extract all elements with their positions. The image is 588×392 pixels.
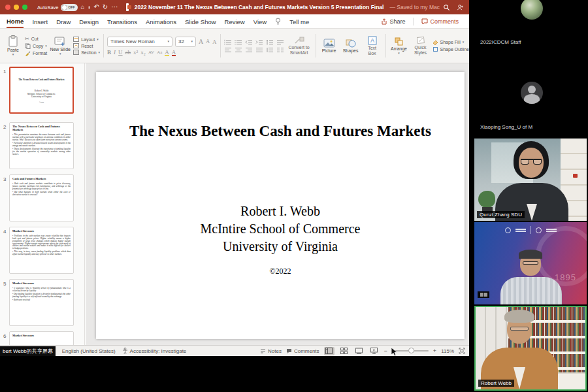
sort-icon[interactable]	[266, 47, 274, 53]
quick-styles-button[interactable]: Quick Styles	[411, 36, 431, 56]
chevron-down-icon: ▾	[168, 40, 170, 43]
line-spacing-icon[interactable]	[266, 39, 274, 45]
increase-indent-icon[interactable]	[255, 39, 263, 45]
reading-view-button[interactable]	[354, 347, 365, 355]
slide-thumbnail-3[interactable]: Cash and Futures Markets Both cash and f…	[9, 174, 74, 221]
reset-button[interactable]: Reset	[73, 43, 100, 48]
justify-icon[interactable]	[255, 47, 263, 53]
slide-thumbnail-1[interactable]: The Nexus Between Cash and Futures Marke…	[9, 67, 74, 114]
change-case-button[interactable]: Aa	[157, 50, 162, 55]
slide-title[interactable]: The Nexus Between Cash and Futures Marke…	[96, 123, 465, 140]
copy-button[interactable]: Copy ▾	[25, 43, 47, 49]
share-presentation-icon[interactable]	[457, 4, 464, 11]
language-status[interactable]: English (United States)	[62, 348, 116, 354]
slide-canvas[interactable]: The Nexus Between Cash and Futures Marke…	[96, 72, 465, 339]
thumb-bullet: This may, in turn, cause funding liquidi…	[12, 250, 71, 255]
comments-button[interactable]: Comments	[417, 18, 463, 25]
align-right-icon[interactable]	[245, 47, 253, 53]
tab-insert[interactable]: Insert	[32, 16, 48, 27]
slide-number: 1	[3, 69, 6, 74]
slide-thumbnail-6[interactable]: Market Stressors	[9, 331, 74, 345]
autosave-toggle[interactable]: OFF	[61, 4, 78, 11]
normal-view-button[interactable]	[324, 347, 335, 355]
new-slide-button[interactable]: New Slide ▾	[49, 37, 71, 56]
slide-sorter-view-button[interactable]	[339, 347, 350, 355]
zoom-in-button[interactable]: +	[433, 348, 436, 354]
convert-smartart-button[interactable]: Convert to SmartArt	[286, 31, 312, 61]
accessibility-status[interactable]: Accessibility: Investigate	[122, 348, 187, 354]
strikethrough-button[interactable]: ab	[125, 49, 131, 56]
comments-status-button[interactable]: Comments	[286, 348, 319, 354]
close-window-button[interactable]	[5, 5, 10, 10]
tab-transitions[interactable]: Transitions	[107, 16, 137, 27]
tab-home[interactable]: Home	[7, 15, 24, 28]
underline-button[interactable]: U	[118, 49, 123, 56]
text-box-button[interactable]: A Text Box	[363, 36, 382, 56]
share-button[interactable]: Share	[377, 18, 409, 25]
clear-formatting-button[interactable]: A	[212, 39, 217, 45]
tab-design[interactable]: Design	[79, 16, 99, 27]
font-size-select[interactable]: 32 ▾	[175, 37, 196, 47]
zoom-percentage[interactable]: 115%	[441, 348, 454, 354]
minimize-window-button[interactable]	[14, 5, 19, 10]
align-center-icon[interactable]	[235, 47, 242, 53]
grow-font-button[interactable]: A	[199, 38, 203, 45]
fit-to-window-icon[interactable]	[459, 348, 465, 354]
font-name-select[interactable]: Times New Roman ▾	[107, 37, 172, 47]
decrease-indent-icon[interactable]	[245, 39, 253, 45]
superscript-button[interactable]: x²	[133, 49, 138, 56]
paste-button[interactable]: Paste ▾	[3, 35, 23, 56]
shape-outline-button[interactable]: Shape Outline ▾	[433, 46, 469, 52]
slide-author-block[interactable]: Robert I. Webb McIntire School of Commer…	[96, 203, 465, 255]
slide-thumbnail-5[interactable]: Market Stressors 2 examples: One is Vola…	[9, 279, 74, 326]
tab-draw[interactable]: Draw	[56, 16, 71, 27]
tab-view[interactable]: View	[253, 16, 267, 27]
section-button[interactable]: Section ▾	[73, 50, 100, 55]
notes-button[interactable]: Notes	[260, 348, 282, 354]
home-icon[interactable]: ⌂	[81, 4, 85, 10]
video-tile-tianjin[interactable]: 1895	[474, 222, 587, 304]
shrink-font-button[interactable]: A	[206, 39, 210, 44]
slide-show-button[interactable]	[369, 347, 380, 355]
character-spacing-button[interactable]: AV	[148, 50, 154, 55]
cut-button[interactable]: ✂ Cut	[25, 36, 47, 42]
more-commands-icon[interactable]: ···	[111, 4, 118, 10]
saved-status[interactable]: — Saved to my Mac	[389, 4, 440, 10]
search-icon[interactable]	[443, 4, 450, 11]
arrange-button[interactable]: Arrange ▾	[389, 37, 409, 55]
tab-tell-me[interactable]: Tell me	[289, 16, 309, 27]
slide-thumbnail-2[interactable]: The Nexus Between Cash and Futures Marke…	[9, 122, 74, 169]
bullets-icon[interactable]	[224, 39, 232, 45]
new-slide-label: New Slide	[50, 47, 71, 52]
participant-avatar-staff[interactable]	[521, 0, 543, 20]
shapes-button[interactable]: Shapes	[341, 39, 361, 53]
slide-sorter-icon	[340, 348, 348, 354]
zoom-slider-knob[interactable]	[408, 348, 414, 353]
italic-button[interactable]: I	[114, 49, 116, 56]
layout-button[interactable]: Layout ▾	[73, 37, 100, 42]
font-color-button[interactable]: A	[172, 49, 176, 56]
maximize-window-button[interactable]	[22, 5, 27, 10]
redo-icon[interactable]: ↻	[103, 4, 108, 10]
tab-review[interactable]: Review	[225, 16, 245, 27]
video-tile-qunzi[interactable]: Qunzi Zhang SDU	[474, 139, 587, 221]
format-painter-button[interactable]: Format	[25, 50, 47, 56]
slide-thumbnail-4[interactable]: Market Stressors Problems in the cash ma…	[9, 227, 74, 274]
participant-avatar-xiaoping[interactable]	[521, 82, 543, 104]
undo-icon[interactable]: ↶	[93, 4, 99, 10]
columns-icon[interactable]	[276, 47, 284, 53]
text-direction-icon[interactable]	[276, 39, 284, 45]
video-tile-robert[interactable]: Robert Webb	[474, 306, 587, 391]
numbering-icon[interactable]	[235, 39, 242, 45]
picture-button[interactable]: Picture	[319, 39, 339, 53]
bold-button[interactable]: B	[107, 49, 111, 56]
shape-fill-button[interactable]: Shape Fill ▾	[433, 39, 469, 45]
highlight-color-button[interactable]: A	[165, 49, 169, 56]
subscript-button[interactable]: x₂	[140, 49, 146, 56]
tab-animations[interactable]: Animations	[146, 16, 176, 27]
zoom-out-button[interactable]: −	[384, 348, 387, 354]
save-icon[interactable]	[88, 4, 91, 11]
tab-slide-show[interactable]: Slide Show	[185, 16, 216, 27]
comments-label: Comments	[430, 18, 459, 25]
align-left-icon[interactable]	[224, 47, 232, 53]
